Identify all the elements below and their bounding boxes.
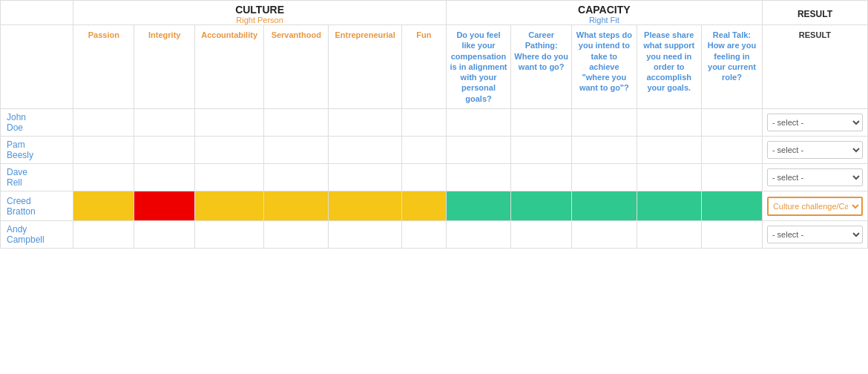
main-table-wrapper: CULTURE Right Person CAPACITY Right Fit … <box>0 0 868 249</box>
culture-cell <box>134 221 195 249</box>
result-cell[interactable]: - select -Culture challenge/Capacity fit… <box>762 109 867 137</box>
empty-corner <box>1 1 73 25</box>
table-row: CreedBratton- select -Culture challenge/… <box>1 191 868 221</box>
capacity-cell <box>701 164 762 191</box>
culture-cell <box>401 221 446 249</box>
result-select[interactable]: - select -Culture challenge/Capacity fit… <box>767 197 863 216</box>
result-cell[interactable]: - select -Culture challenge/Capacity fit… <box>762 137 867 164</box>
culture-cell <box>264 109 329 137</box>
result-cell[interactable]: - select -Culture challenge/Capacity fit… <box>762 191 867 221</box>
culture-cell <box>195 191 264 221</box>
capacity-cell <box>637 137 701 164</box>
culture-cell <box>329 164 401 191</box>
capacity-cell <box>701 221 762 249</box>
capacity-cell <box>446 109 510 137</box>
culture-cell <box>73 109 134 137</box>
capacity-cell <box>511 109 572 137</box>
col-support: Please share what support you need in or… <box>637 25 701 109</box>
capacity-cell <box>446 164 510 191</box>
capacity-cell <box>637 164 701 191</box>
result-select[interactable]: - select -Culture challenge/Capacity fit… <box>767 114 863 131</box>
culture-cell <box>401 164 446 191</box>
column-label-row: Passion Integrity Accountability Servant… <box>1 25 868 109</box>
result-cell[interactable]: - select -Culture challenge/Capacity fit… <box>762 164 867 191</box>
capacity-cell <box>637 221 701 249</box>
culture-cell <box>264 164 329 191</box>
capacity-cell <box>511 221 572 249</box>
capacity-cell <box>572 221 637 249</box>
culture-cell <box>134 191 195 221</box>
culture-cell <box>134 137 195 164</box>
table-row: DaveRell- select -Culture challenge/Capa… <box>1 164 868 191</box>
capacity-cell <box>572 137 637 164</box>
culture-cell <box>195 109 264 137</box>
culture-cell <box>329 221 401 249</box>
capacity-cell <box>572 191 637 221</box>
capacity-cell <box>572 109 637 137</box>
capacity-group-header: CAPACITY Right Fit <box>446 1 762 25</box>
capacity-cell <box>511 164 572 191</box>
culture-cell <box>401 109 446 137</box>
culture-cell <box>195 164 264 191</box>
culture-cell <box>73 191 134 221</box>
culture-cell <box>264 137 329 164</box>
culture-cell <box>329 137 401 164</box>
col-entrepreneurial: Entrepreneurial <box>329 25 401 109</box>
col-accountability: Accountability <box>195 25 264 109</box>
capacity-cell <box>701 109 762 137</box>
col-career-pathing: Career Pathing: Where do you want to go? <box>511 25 572 109</box>
capacity-cell <box>446 137 510 164</box>
table-row: PamBeesly- select -Culture challenge/Cap… <box>1 137 868 164</box>
capacity-cell <box>446 221 510 249</box>
culture-cell <box>73 164 134 191</box>
culture-cell <box>195 221 264 249</box>
capacity-cell <box>511 137 572 164</box>
col-compensation: Do you feel like your compensation is in… <box>446 25 510 109</box>
capacity-cell <box>637 109 701 137</box>
col-result: RESULT <box>762 25 867 109</box>
capacity-cell <box>511 191 572 221</box>
culture-cell <box>401 191 446 221</box>
col-passion: Passion <box>73 25 134 109</box>
culture-cell <box>329 109 401 137</box>
capacity-cell <box>701 191 762 221</box>
result-group-header: RESULT <box>762 1 867 25</box>
group-header-row: CULTURE Right Person CAPACITY Right Fit … <box>1 1 868 25</box>
person-name: CreedBratton <box>1 191 73 221</box>
name-col-header <box>1 25 73 109</box>
culture-cell <box>329 191 401 221</box>
assessment-table: CULTURE Right Person CAPACITY Right Fit … <box>0 0 868 249</box>
col-steps: What steps do you intend to take to achi… <box>572 25 637 109</box>
result-select[interactable]: - select -Culture challenge/Capacity fit… <box>767 141 863 159</box>
culture-cell <box>73 221 134 249</box>
col-servanthood: Servanthood <box>264 25 329 109</box>
culture-cell <box>264 191 329 221</box>
culture-cell <box>73 137 134 164</box>
culture-cell <box>401 137 446 164</box>
capacity-cell <box>572 164 637 191</box>
culture-cell <box>264 221 329 249</box>
culture-cell <box>134 164 195 191</box>
col-real-talk: Real Talk: How are you feeling in your c… <box>701 25 762 109</box>
col-fun: Fun <box>401 25 446 109</box>
person-name: PamBeesly <box>1 137 73 164</box>
person-name: AndyCampbell <box>1 221 73 249</box>
culture-group-header: CULTURE Right Person <box>73 1 447 25</box>
col-integrity: Integrity <box>134 25 195 109</box>
result-cell[interactable]: - select -Culture challenge/Capacity fit… <box>762 221 867 249</box>
capacity-cell <box>637 191 701 221</box>
capacity-cell <box>701 137 762 164</box>
table-row: AndyCampbell- select -Culture challenge/… <box>1 221 868 249</box>
culture-cell <box>195 137 264 164</box>
result-select[interactable]: - select -Culture challenge/Capacity fit… <box>767 226 863 243</box>
table-row: JohnDoe- select -Culture challenge/Capac… <box>1 109 868 137</box>
person-name: DaveRell <box>1 164 73 191</box>
table-body: JohnDoe- select -Culture challenge/Capac… <box>1 109 868 249</box>
person-name: JohnDoe <box>1 109 73 137</box>
capacity-cell <box>446 191 510 221</box>
result-select[interactable]: - select -Culture challenge/Capacity fit… <box>767 168 863 186</box>
culture-cell <box>134 109 195 137</box>
